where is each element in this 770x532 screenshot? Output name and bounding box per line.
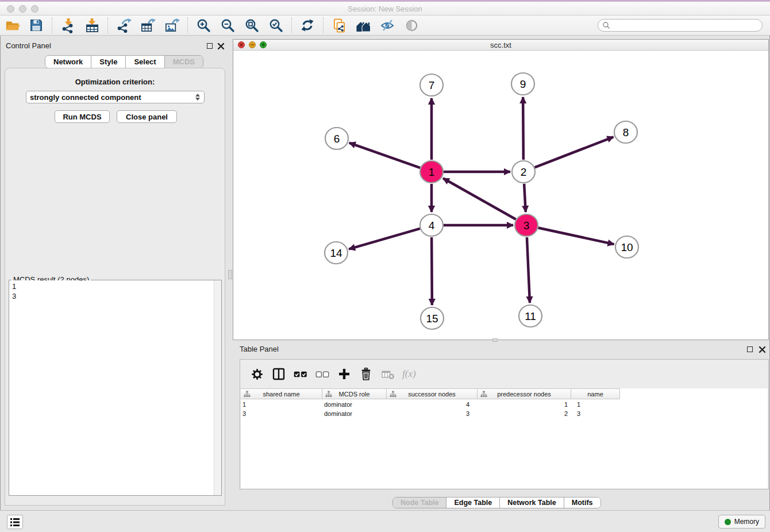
close-panel-button[interactable]: Close panel: [117, 110, 177, 123]
horizontal-splitter-handle[interactable]: [492, 338, 498, 342]
run-mcds-button[interactable]: Run MCDS: [55, 110, 110, 123]
task-history-button[interactable]: [7, 515, 23, 529]
graph-node-label-7: 7: [429, 79, 435, 91]
export-table-icon[interactable]: [139, 17, 156, 34]
graph-node-label-3: 3: [523, 219, 530, 232]
search-input[interactable]: [610, 20, 762, 30]
graph-edge-2-9[interactable]: [523, 97, 523, 160]
node-table: shared nameMCDS rolesuccessor nodesprede…: [241, 388, 768, 488]
control-panel-header: Control Panel: [0, 39, 230, 53]
table-row[interactable]: 1dominator411: [241, 400, 768, 409]
criterion-dropdown[interactable]: strongly connected component: [26, 91, 205, 103]
tab-motifs[interactable]: Motifs: [564, 498, 600, 508]
table-cell[interactable]: 4: [387, 400, 478, 409]
save-session-icon[interactable]: [28, 17, 45, 34]
column-layout-icon[interactable]: [271, 366, 287, 382]
table-cell[interactable]: dominator: [322, 409, 387, 418]
network-window-titlebar[interactable]: scc.txt: [233, 40, 768, 51]
toolbar-separator: [291, 17, 292, 33]
table-panel: Table Panel: [233, 342, 770, 510]
delete-table-icon: [380, 366, 396, 382]
tab-mcds[interactable]: MCDS: [164, 56, 203, 68]
graph-edge-1-6[interactable]: [349, 143, 420, 168]
graph-edge-3-1[interactable]: [443, 178, 516, 219]
list-icon: [10, 518, 20, 527]
control-panel: Control Panel NetworkStyleSelectMCDS Opt…: [0, 36, 230, 510]
memory-status-icon: [725, 519, 731, 525]
result-scrollbar[interactable]: [214, 280, 221, 495]
tab-style[interactable]: Style: [91, 56, 125, 68]
toolbar-separator: [52, 17, 52, 33]
graph-node-label-14: 14: [330, 247, 342, 259]
graph-edge-4-15[interactable]: [432, 237, 432, 305]
preview-eye-icon: [403, 17, 420, 34]
import-table-icon[interactable]: [83, 17, 101, 34]
title-bar: Session: New Session: [0, 0, 770, 16]
table-cell[interactable]: 3: [571, 409, 620, 418]
export-network-icon[interactable]: [115, 17, 132, 34]
refresh-icon[interactable]: [299, 17, 316, 34]
float-panel-icon[interactable]: [207, 43, 213, 49]
zoom-out-icon[interactable]: [219, 17, 236, 34]
table-cell[interactable]: 2: [478, 409, 571, 418]
table-cell[interactable]: dominator: [322, 400, 387, 409]
graph-node-label-11: 11: [525, 310, 536, 322]
table-cell[interactable]: 1: [571, 400, 620, 409]
vertical-splitter-handle[interactable]: [228, 270, 232, 279]
network-view-window: scc.txt 7968124314101511: [233, 39, 769, 340]
home-icon[interactable]: [355, 17, 372, 34]
table-cell[interactable]: 1: [241, 400, 322, 409]
tab-network-table[interactable]: Network Table: [499, 498, 564, 508]
control-panel-tabs: NetworkStyleSelectMCDS: [45, 55, 203, 68]
tab-node-table[interactable]: Node Table: [393, 498, 446, 508]
zoom-in-icon[interactable]: [195, 17, 212, 34]
table-toolbar: f(x): [240, 360, 768, 388]
column-header-successor-nodes[interactable]: successor nodes: [387, 388, 478, 399]
table-row[interactable]: 3dominator323: [241, 409, 768, 418]
column-header-name[interactable]: name: [571, 388, 620, 399]
duplicate-network-icon[interactable]: [330, 17, 348, 34]
mcds-result-textarea[interactable]: 1 3: [9, 280, 221, 495]
graph-edge-4-14[interactable]: [349, 229, 420, 249]
graph-edge-2-3[interactable]: [524, 184, 526, 212]
table-settings-icon[interactable]: [249, 366, 265, 382]
add-row-icon[interactable]: [336, 366, 352, 382]
open-session-icon[interactable]: [3, 17, 21, 34]
close-panel-icon[interactable]: [217, 42, 225, 49]
network-canvas[interactable]: 7968124314101511: [233, 51, 768, 340]
tab-network[interactable]: Network: [45, 56, 91, 68]
close-table-panel-icon[interactable]: [759, 345, 766, 353]
column-header-MCDS-role[interactable]: MCDS role: [322, 388, 387, 399]
graph-node-label-1: 1: [429, 166, 435, 178]
main-toolbar: [0, 16, 770, 36]
graph-node-label-6: 6: [334, 133, 340, 145]
tab-select[interactable]: Select: [125, 56, 164, 68]
float-table-panel-icon[interactable]: [747, 346, 753, 352]
table-cell[interactable]: 1: [478, 400, 571, 409]
search-icon: [602, 21, 610, 29]
graph-edge-2-8[interactable]: [535, 137, 614, 167]
search-box[interactable]: [598, 19, 763, 32]
export-image-icon[interactable]: [163, 17, 180, 34]
zoom-selected-icon[interactable]: [267, 17, 284, 34]
delete-row-icon[interactable]: [358, 366, 374, 382]
table-cell[interactable]: 3: [387, 409, 478, 418]
table-cell[interactable]: 3: [241, 409, 322, 418]
toggle-visibility-icon[interactable]: [379, 17, 396, 34]
column-header-predecessor-nodes[interactable]: predecessor nodes: [478, 388, 571, 399]
toolbar-separator: [107, 17, 108, 33]
graph-edge-3-10[interactable]: [538, 228, 614, 244]
criterion-value: strongly connected component: [30, 93, 195, 102]
import-network-icon[interactable]: [59, 17, 76, 34]
memory-button[interactable]: Memory: [718, 515, 765, 529]
graph-edge-3-11[interactable]: [527, 237, 530, 303]
column-header-shared-name[interactable]: shared name: [241, 388, 322, 399]
graph-node-label-4: 4: [429, 219, 435, 232]
select-all-icon[interactable]: [292, 366, 309, 382]
zoom-fit-icon[interactable]: [243, 17, 260, 34]
table-header-row: shared nameMCDS rolesuccessor nodesprede…: [241, 388, 620, 399]
graph-node-label-9: 9: [520, 78, 526, 90]
unselect-all-icon[interactable]: [314, 366, 330, 382]
tab-edge-table[interactable]: Edge Table: [446, 498, 499, 508]
memory-label: Memory: [734, 518, 759, 526]
